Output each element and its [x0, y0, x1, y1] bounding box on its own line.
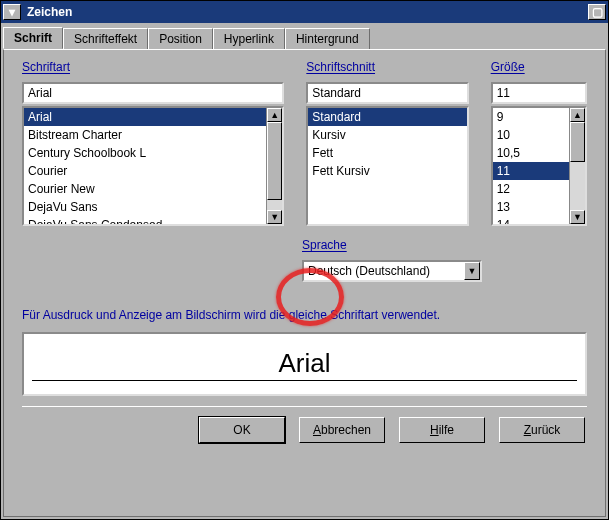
size-scrollbar[interactable]: ▲ ▼ [569, 108, 585, 224]
language-label[interactable]: Sprache [302, 238, 482, 252]
list-item[interactable]: Fett [308, 144, 466, 162]
preview-sample: Arial [274, 348, 334, 379]
preview-baseline [32, 380, 577, 381]
font-label[interactable]: Schriftart [22, 60, 284, 74]
style-label[interactable]: Schriftschnitt [306, 60, 468, 74]
language-value: Deutsch (Deutschland) [304, 262, 464, 280]
info-text: Für Ausdruck und Anzeige am Bildschirm w… [22, 308, 587, 322]
button-bar: OK Abbrechen Hilfe Zurück [22, 406, 587, 447]
cancel-button[interactable]: Abbrechen [299, 417, 385, 443]
scroll-up-icon[interactable]: ▲ [267, 108, 282, 122]
list-item[interactable]: 13 [493, 198, 569, 216]
system-menu-button[interactable]: ▾ [3, 4, 21, 20]
size-label[interactable]: Größe [491, 60, 587, 74]
list-item[interactable]: DejaVu Sans Condensed [24, 216, 266, 224]
list-item[interactable]: 10,5 [493, 144, 569, 162]
ok-button[interactable]: OK [199, 417, 285, 443]
back-button[interactable]: Zurück [499, 417, 585, 443]
list-item[interactable]: Courier New [24, 180, 266, 198]
tab-schrift[interactable]: Schrift [3, 27, 63, 49]
style-listbox[interactable]: StandardKursivFettFett Kursiv [306, 106, 468, 226]
tab-hyperlink[interactable]: Hyperlink [213, 28, 285, 50]
list-item[interactable]: Kursiv [308, 126, 466, 144]
size-input[interactable] [491, 82, 587, 104]
tabstrip: Schrift Schrifteffekt Position Hyperlink… [1, 23, 608, 49]
list-item[interactable]: Century Schoolbook L [24, 144, 266, 162]
list-item[interactable]: 9 [493, 108, 569, 126]
font-preview: Arial [22, 332, 587, 396]
chevron-down-icon[interactable]: ▼ [464, 262, 480, 280]
list-item[interactable]: 14 [493, 216, 569, 224]
list-item[interactable]: Standard [308, 108, 466, 126]
list-item[interactable]: Fett Kursiv [308, 162, 466, 180]
list-item[interactable]: Bitstream Charter [24, 126, 266, 144]
font-scrollbar[interactable]: ▲ ▼ [266, 108, 282, 224]
list-item[interactable]: Arial [24, 108, 266, 126]
list-item[interactable]: 10 [493, 126, 569, 144]
list-item[interactable]: DejaVu Sans [24, 198, 266, 216]
tab-schrifteffekt[interactable]: Schrifteffekt [63, 28, 148, 50]
tab-position[interactable]: Position [148, 28, 213, 50]
scroll-thumb[interactable] [570, 122, 585, 162]
maximize-button[interactable]: ▢ [588, 4, 606, 20]
style-input[interactable] [306, 82, 468, 104]
tab-hintergrund[interactable]: Hintergrund [285, 28, 370, 50]
window-title: Zeichen [27, 5, 72, 19]
titlebar: ▾ Zeichen ▢ [1, 1, 608, 23]
list-item[interactable]: 11 [493, 162, 569, 180]
character-dialog: ▾ Zeichen ▢ Schrift Schrifteffekt Positi… [0, 0, 609, 520]
scroll-thumb[interactable] [267, 122, 282, 200]
size-listbox[interactable]: 91010,511121314 ▲ ▼ [491, 106, 587, 226]
font-input[interactable] [22, 82, 284, 104]
language-combobox[interactable]: Deutsch (Deutschland) ▼ [302, 260, 482, 282]
scroll-down-icon[interactable]: ▼ [267, 210, 282, 224]
list-item[interactable]: Courier [24, 162, 266, 180]
list-item[interactable]: 12 [493, 180, 569, 198]
scroll-down-icon[interactable]: ▼ [570, 210, 585, 224]
font-listbox[interactable]: ArialBitstream CharterCentury Schoolbook… [22, 106, 284, 226]
tab-panel: Schriftart ArialBitstream CharterCentury… [3, 49, 606, 517]
scroll-up-icon[interactable]: ▲ [570, 108, 585, 122]
help-button[interactable]: Hilfe [399, 417, 485, 443]
